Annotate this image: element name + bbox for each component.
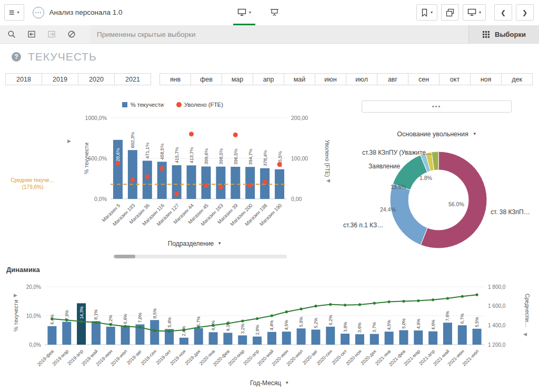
app-info-icon[interactable]: ⋯: [33, 7, 44, 18]
next-sheet-button[interactable]: ❯: [516, 4, 534, 21]
trend-point[interactable]: [432, 298, 434, 301]
bar[interactable]: [62, 322, 71, 345]
bar[interactable]: [443, 323, 452, 345]
fte-point[interactable]: [174, 192, 179, 196]
bar[interactable]: [282, 331, 291, 345]
bar[interactable]: [414, 330, 423, 345]
filter-month-сен[interactable]: сен: [408, 73, 440, 85]
trend-point[interactable]: [51, 317, 53, 320]
bar[interactable]: [187, 165, 196, 199]
filter-month-янв[interactable]: янв: [159, 73, 191, 85]
fte-point[interactable]: [233, 133, 238, 137]
trend-point[interactable]: [461, 295, 464, 298]
fte-point[interactable]: [218, 185, 223, 189]
dimension-dropdown-podrazdelenie[interactable]: Подразделение ▼: [108, 240, 282, 247]
bar[interactable]: [399, 330, 408, 345]
trend-point[interactable]: [109, 323, 112, 326]
bar[interactable]: [92, 321, 101, 345]
chart-options-button[interactable]: •••: [362, 100, 512, 113]
fte-point[interactable]: [189, 132, 194, 136]
trend-point[interactable]: [314, 305, 317, 307]
trend-point[interactable]: [329, 303, 332, 306]
sheet-view-button[interactable]: ▾: [235, 4, 253, 21]
collapse-panel-arrow[interactable]: ◀: [523, 331, 527, 337]
prev-sheet-button[interactable]: ❮: [494, 4, 512, 21]
trend-point[interactable]: [241, 319, 244, 322]
bar[interactable]: [121, 326, 130, 345]
bar[interactable]: [355, 334, 364, 345]
selections-step-back-button[interactable]: [24, 27, 39, 41]
bar[interactable]: [245, 167, 255, 199]
collapse-panel-arrow[interactable]: ◀: [326, 178, 330, 183]
trend-point[interactable]: [212, 324, 214, 327]
smart-search-button[interactable]: [4, 27, 19, 41]
trend-point[interactable]: [226, 322, 229, 325]
bar[interactable]: [473, 329, 482, 345]
trend-point[interactable]: [285, 310, 288, 313]
trend-point[interactable]: [344, 304, 346, 306]
trend-point[interactable]: [80, 320, 83, 323]
help-icon[interactable]: ?: [12, 52, 21, 62]
filter-year-2019[interactable]: 2019: [42, 73, 78, 85]
filter-month-авг[interactable]: авг: [377, 73, 408, 85]
trend-point[interactable]: [373, 302, 376, 305]
fte-point[interactable]: [159, 166, 164, 171]
bar[interactable]: [201, 166, 211, 199]
bar[interactable]: [428, 331, 437, 345]
bar[interactable]: [143, 160, 152, 199]
filter-month-май[interactable]: май: [284, 73, 315, 85]
trend-point[interactable]: [197, 326, 200, 328]
dimension-dropdown-god-mesyac[interactable]: Год-Месяц ▼: [5, 379, 534, 387]
bar[interactable]: [223, 333, 232, 345]
fte-point[interactable]: [204, 183, 208, 188]
filter-month-ноя[interactable]: ноя: [470, 73, 502, 85]
donut-slice[interactable]: [390, 184, 427, 245]
filter-month-мар[interactable]: мар: [222, 73, 253, 85]
trend-point[interactable]: [124, 325, 126, 328]
expand-panel-arrow[interactable]: ▶: [14, 293, 17, 298]
app-menu-button[interactable]: ≡ ▾: [4, 4, 24, 21]
fte-point[interactable]: [145, 174, 149, 179]
trend-point[interactable]: [446, 297, 449, 299]
duplicate-sheet-button[interactable]: [441, 4, 459, 21]
bar[interactable]: [194, 328, 203, 345]
fte-point[interactable]: [277, 162, 282, 167]
sheet-navigator-button[interactable]: ▾: [463, 4, 486, 21]
clear-selections-button[interactable]: [64, 27, 79, 41]
filter-year-2018[interactable]: 2018: [5, 73, 42, 85]
filter-month-апр[interactable]: апр: [253, 73, 284, 85]
bar[interactable]: [267, 332, 276, 345]
bar[interactable]: [370, 334, 379, 345]
fte-point[interactable]: [263, 179, 267, 184]
filter-year-2020[interactable]: 2020: [78, 73, 115, 85]
fte-point[interactable]: [248, 183, 253, 188]
filter-month-июн[interactable]: июн: [315, 73, 346, 85]
bar[interactable]: [458, 325, 467, 345]
bar[interactable]: [253, 337, 262, 345]
trend-point[interactable]: [402, 300, 405, 303]
fte-point[interactable]: [130, 177, 135, 182]
dimension-dropdown-osnovanie[interactable]: Основание увольнения ▼: [337, 130, 537, 138]
filter-month-фев[interactable]: фев: [191, 73, 222, 85]
bar[interactable]: [341, 334, 350, 345]
trend-point[interactable]: [168, 330, 171, 333]
selections-tool-button[interactable]: Выборки: [468, 25, 539, 43]
fte-point[interactable]: [115, 161, 120, 166]
bar[interactable]: [385, 331, 394, 345]
bar[interactable]: [326, 327, 335, 345]
bar[interactable]: [128, 150, 137, 199]
filter-year-2021[interactable]: 2021: [114, 73, 151, 85]
filter-month-окт[interactable]: окт: [439, 73, 471, 85]
trend-point[interactable]: [256, 317, 258, 320]
bar[interactable]: [231, 167, 240, 199]
bookmarks-button[interactable]: ▾: [416, 4, 437, 21]
bar[interactable]: [297, 328, 306, 345]
presentation-button[interactable]: [268, 4, 281, 21]
filter-month-дек[interactable]: дек: [501, 73, 533, 85]
bar[interactable]: [209, 332, 218, 345]
trend-point[interactable]: [153, 329, 156, 332]
bar[interactable]: [216, 167, 225, 199]
trend-point[interactable]: [358, 303, 361, 306]
selections-step-forward-button[interactable]: [44, 27, 59, 41]
bar[interactable]: [150, 320, 159, 345]
